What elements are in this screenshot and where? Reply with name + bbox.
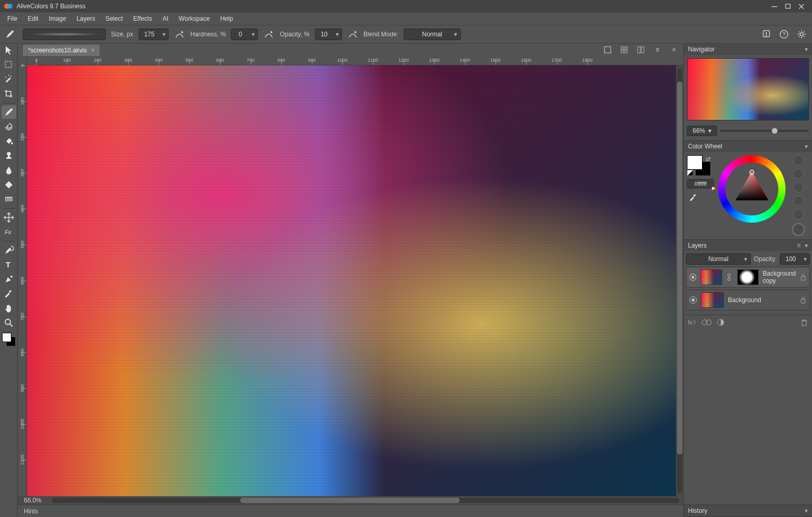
color-wheel[interactable] [718,155,786,223]
horizontal-scrollbar[interactable]: 66.0% [18,496,683,505]
navigator-zoom-slider[interactable] [720,130,809,132]
blend-mode-select[interactable]: Normal ▾ [404,29,461,40]
hex-input[interactable]: #ffffff [687,179,714,188]
opacity-pressure-toggle[interactable] [347,29,359,40]
window-minimize-button[interactable] [767,1,781,11]
navigator-preview[interactable] [687,58,809,120]
hardness-pressure-toggle[interactable] [263,29,274,40]
swap-colors-icon[interactable]: ⇄ [706,155,711,162]
arrange-split-icon[interactable] [635,44,647,56]
brush-preset-preview[interactable] [23,29,106,40]
settings-button[interactable] [795,28,808,40]
harmony-mode-3[interactable] [793,182,804,193]
close-icon[interactable]: × [91,47,94,54]
document-tab[interactable]: *screenshots10.akvis × [23,45,100,56]
tool-fx[interactable]: Fx [2,225,16,239]
layer-visibility-toggle[interactable] [690,274,696,281]
tool-text[interactable]: T [2,258,16,271]
chevron-down-icon: ▾ [160,31,168,38]
foreground-color-swatch[interactable] [687,155,703,170]
layer-thumbnail[interactable] [700,269,722,285]
canvas[interactable] [27,65,676,496]
tab-menu-icon[interactable]: ≡ [651,44,664,56]
tool-history-brush[interactable] [2,243,16,257]
menu-select[interactable]: Select [100,13,128,24]
window-maximize-button[interactable] [781,1,794,11]
foreground-color-chip[interactable] [2,333,11,342]
tool-crop[interactable] [2,87,16,101]
color-swatches[interactable]: ⇄ [687,155,711,176]
menu-edit[interactable]: Edit [22,13,44,24]
tool-selection[interactable] [2,58,16,72]
tool-blur[interactable] [2,164,16,177]
menu-ai[interactable]: AI [157,13,173,24]
menu-image[interactable]: Image [44,13,71,24]
layers-filter-icon[interactable]: ≡ [797,242,801,249]
harmony-mode-4[interactable] [793,196,804,206]
panel-menu-icon[interactable]: ▾ [805,242,808,249]
layers-footer: fx [684,315,812,329]
menu-workspace[interactable]: Workspace [174,13,215,24]
eyedropper-icon[interactable] [687,192,698,203]
menu-layers[interactable]: Layers [71,13,100,24]
vertical-scrollbar[interactable] [676,65,683,496]
help-button[interactable]: ? [778,28,790,40]
chevron-down-icon: ▾ [249,31,257,38]
layer-mask-thumbnail[interactable] [737,269,759,285]
panel-menu-icon[interactable]: ▾ [805,507,808,514]
reset-colors-icon[interactable] [687,170,693,176]
layer-visibility-toggle[interactable] [690,296,697,304]
tab-close-all-icon[interactable]: × [668,44,680,56]
menu-help[interactable]: Help [215,13,238,24]
harmony-mode-2[interactable] [793,169,804,179]
svg-marker-55 [735,171,768,200]
harmony-mode-6[interactable] [792,223,805,236]
lock-icon[interactable] [800,274,806,281]
panel-menu-icon[interactable]: ▾ [805,143,808,150]
harmony-mode-1[interactable] [793,155,804,166]
tool-bucket[interactable] [2,134,16,148]
svg-rect-48 [625,47,627,49]
svg-rect-67 [802,321,806,325]
tool-eyedropper[interactable] [2,287,16,301]
tool-magic[interactable] [2,73,16,86]
panel-menu-icon[interactable]: ▾ [805,46,808,53]
menu-file[interactable]: File [2,13,22,24]
tool-comb[interactable] [2,193,16,206]
arrange-single-icon[interactable] [601,44,614,56]
tool-hand[interactable] [2,302,16,315]
layer-name[interactable]: Background copy [763,270,796,284]
opacity-input[interactable]: 10 ▾ [315,29,342,40]
layer-adjust-button[interactable] [717,319,724,326]
tool-move[interactable] [2,44,16,57]
layer-blend-mode-select[interactable]: Normal ▾ [686,253,751,265]
notification-button[interactable] [760,28,773,40]
menu-effects[interactable]: Effects [128,13,157,24]
svg-rect-43 [8,290,11,293]
tool-pen[interactable] [2,273,16,286]
layer-mask-button[interactable] [701,319,712,326]
layer-name[interactable]: Background [728,296,796,304]
arrange-grid-icon[interactable] [618,44,630,56]
layer-mask-link-icon[interactable] [726,273,733,281]
layer-opacity-input[interactable]: 100 ▾ [780,253,810,265]
window-close-button[interactable] [794,1,808,11]
color-chips[interactable] [2,333,16,346]
lock-icon[interactable] [800,296,806,304]
size-pressure-toggle[interactable] [174,29,185,40]
layer-fx-button[interactable]: fx [688,319,696,326]
tool-transform[interactable] [2,211,16,224]
hardness-input[interactable]: 0 ▾ [231,29,258,40]
layer-delete-button[interactable] [801,319,808,326]
size-input[interactable]: 175 ▾ [139,29,169,40]
tool-stamp[interactable] [2,149,16,162]
harmony-mode-5[interactable] [793,209,804,220]
layer-thumbnail[interactable] [701,292,724,308]
tool-brush[interactable] [2,105,16,119]
layer-row[interactable]: Background [686,290,810,310]
tool-clone[interactable] [2,120,16,133]
layer-row[interactable]: Background copy [686,267,810,288]
navigator-zoom-combo[interactable]: 66% ▾ [687,126,717,136]
tool-smudge[interactable] [2,178,16,192]
tool-zoom[interactable] [2,316,16,330]
